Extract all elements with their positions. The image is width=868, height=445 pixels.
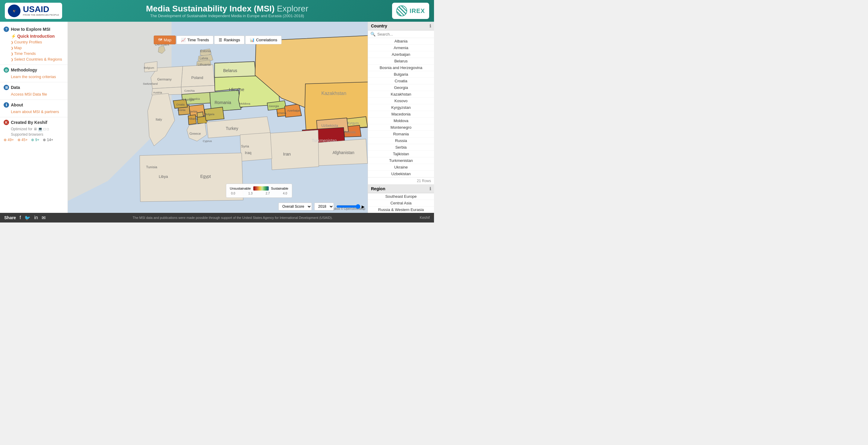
- data-title: ⊞ Data: [4, 85, 64, 90]
- country-list-item[interactable]: Armenia: [368, 44, 434, 51]
- country-list-item[interactable]: Romania: [368, 131, 434, 137]
- country-list-item[interactable]: Bosnia and Herzegovina: [368, 65, 434, 71]
- country-list-item[interactable]: Russia: [368, 137, 434, 144]
- twitter-icon[interactable]: 🐦: [25, 215, 30, 221]
- year-selector[interactable]: 2018: [314, 202, 334, 211]
- usaid-text: USAID FROM THE AMERICAN PEOPLE: [23, 5, 59, 17]
- belarus-label: Belarus: [223, 68, 237, 73]
- optimized-label: Optimized for 🖥 💻 □ □: [4, 126, 64, 132]
- keshif-icon: K: [4, 120, 9, 125]
- about-icon: ℹ: [4, 102, 9, 108]
- title-light: Explorer: [275, 4, 308, 13]
- country-info-icon[interactable]: ℹ: [430, 24, 431, 28]
- email-icon[interactable]: ✉: [42, 215, 45, 221]
- slider-container: ▶: [336, 204, 365, 209]
- select-countries-link[interactable]: Select Countries & Regions: [4, 56, 64, 62]
- country-list-item[interactable]: Bulgaria: [368, 71, 434, 78]
- country-list-item[interactable]: Azerbaijan: [368, 51, 434, 58]
- safari-icon: ⊕ 9+: [31, 138, 39, 142]
- share-label: Share: [4, 215, 16, 220]
- correlations-tab[interactable]: 📊 Correlations: [245, 36, 282, 44]
- libya-label: Libya: [159, 174, 168, 179]
- country-list-item[interactable]: Serbia: [368, 144, 434, 151]
- usaid-main-label: USAID: [23, 5, 59, 13]
- rankings-icon: ☰: [219, 38, 222, 42]
- map-link[interactable]: Map: [4, 45, 64, 51]
- correlations-icon: 📊: [250, 38, 254, 42]
- about-section: ℹ About Learn about MSI & partners: [0, 100, 67, 117]
- year-slider[interactable]: [336, 204, 361, 209]
- facebook-icon[interactable]: f: [20, 215, 21, 220]
- cyprus-label: Cyprus: [203, 139, 212, 142]
- moldova-label: Moldova: [240, 102, 251, 105]
- linkedin-icon[interactable]: in: [34, 215, 38, 220]
- region-list: Southeast EuropeCentral AsiaRussia & Wes…: [368, 193, 434, 213]
- romania-label: Romania: [214, 100, 231, 105]
- region-list-item[interactable]: Central Asia: [368, 200, 434, 206]
- country-list-item[interactable]: Kosovo: [368, 98, 434, 104]
- map-tab[interactable]: 🗺 Map: [154, 36, 176, 44]
- how-to-icon: ?: [4, 27, 9, 32]
- country-list-item[interactable]: Tajikistan: [368, 151, 434, 157]
- iraq-label: Iraq: [245, 151, 251, 155]
- country-profiles-link[interactable]: Country Profiles: [4, 39, 64, 45]
- region-list-item[interactable]: Russia & Western Eurasia: [368, 206, 434, 213]
- country-list-item[interactable]: Kazakhstan: [368, 91, 434, 98]
- poland-label: Poland: [191, 76, 203, 80]
- footer-description: The MSI data and publications were made …: [45, 216, 420, 220]
- country-list-item[interactable]: Turkmenistan: [368, 157, 434, 164]
- methodology-icon: ◎: [4, 67, 9, 73]
- country-list-item[interactable]: Macedonia: [368, 111, 434, 118]
- region-info-icon[interactable]: ℹ: [430, 186, 431, 191]
- croatia-label: Croatia: [177, 103, 185, 106]
- iran-label: Iran: [283, 152, 291, 156]
- bosnia-label: Bosnia: [178, 108, 185, 112]
- scoring-link[interactable]: Learn the scoring criterias: [4, 74, 64, 80]
- country-header-label: Country: [371, 24, 387, 28]
- country-list-item[interactable]: Moldova: [368, 118, 434, 124]
- czechia-label: Czechia: [184, 89, 195, 92]
- kazakhstan-label: Kazakhstan: [321, 91, 346, 96]
- country-list-item[interactable]: Uzbekistan: [368, 171, 434, 177]
- data-icon: ⊞: [4, 85, 9, 90]
- country-list-item[interactable]: Albania: [368, 38, 434, 44]
- about-link[interactable]: Learn about MSI & partners: [4, 109, 64, 115]
- legend-gradient-bar: [253, 186, 269, 191]
- country-list-item[interactable]: Belarus: [368, 58, 434, 65]
- albania-label: Albania: [188, 117, 198, 120]
- country-list-item[interactable]: Ukraine: [368, 164, 434, 171]
- data-file-link[interactable]: Access MSI Data file: [4, 91, 64, 97]
- time-trends-link[interactable]: Time Trends: [4, 51, 64, 56]
- country-search-bar: 🔍: [368, 30, 434, 38]
- country-list-item[interactable]: Georgia: [368, 85, 434, 91]
- title-bold: Media Sustainability Index (MSI): [146, 4, 275, 13]
- legend-label-row: Unsustainable Sustainable: [230, 186, 288, 191]
- lithuania-label: Lithuania: [197, 63, 211, 66]
- header-subtitle: The Development of Sustainable Independe…: [62, 13, 392, 18]
- country-list-item[interactable]: Montenegro: [368, 124, 434, 131]
- share-bar: Share f 🐦 in ✉: [4, 215, 45, 221]
- country-list-item[interactable]: Croatia: [368, 78, 434, 85]
- bulgaria-label: Bulgaria: [205, 113, 214, 116]
- hungary-label: Hungar: [183, 97, 195, 101]
- quick-intro-link[interactable]: ⚡ Quick Introduction: [4, 33, 64, 39]
- austria-label: Austria: [153, 91, 162, 94]
- uzbekistan-label: Uzbekista: [321, 124, 338, 128]
- country-list-item[interactable]: Kyrgyzstan: [368, 104, 434, 111]
- chrome-icon: ⊕ 49+: [4, 138, 14, 142]
- germany-label: Germany: [157, 77, 172, 81]
- firefox-icon: ⊕ 45+: [18, 138, 28, 142]
- kosovo-shape[interactable]: [197, 112, 203, 117]
- irex-icon: [396, 5, 407, 16]
- metric-selector[interactable]: Overall Score: [278, 202, 312, 211]
- rankings-tab[interactable]: ☰ Rankings: [214, 36, 245, 44]
- georgia-map-label: Georgia: [269, 104, 279, 108]
- country-search-input[interactable]: [377, 32, 432, 36]
- legend-ticks: 0.0 1.3 2.7 4.0: [230, 192, 288, 195]
- time-trends-tab[interactable]: 📈 Time Trends: [177, 36, 214, 44]
- edge-icon: ⊕ 14+: [43, 138, 53, 142]
- region-list-item[interactable]: Southeast Europe: [368, 193, 434, 200]
- legend-unsustainable: Unsustainable: [230, 187, 251, 190]
- iran-shape[interactable]: [270, 130, 319, 170]
- footer-keshif: Keshif: [420, 216, 430, 220]
